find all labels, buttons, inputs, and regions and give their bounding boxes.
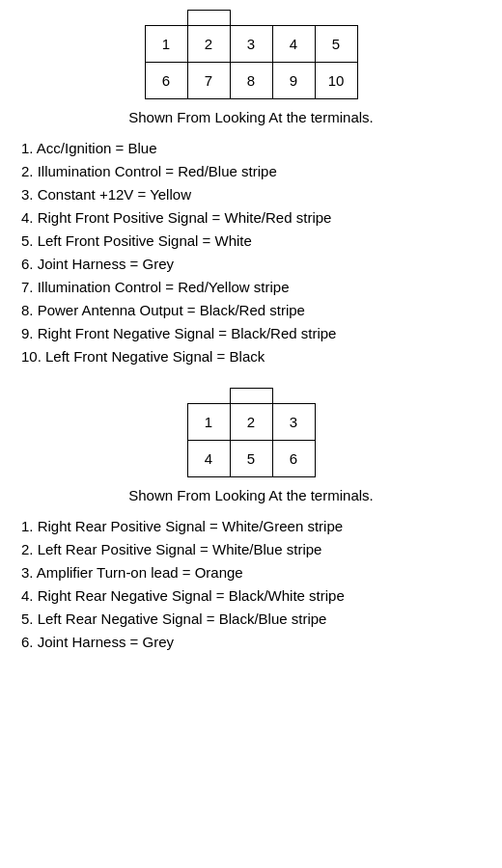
pin-cell: 4 xyxy=(272,26,315,63)
caption-2: Shown From Looking At the terminals. xyxy=(10,485,492,505)
connector-table-1: 1 2 3 4 5 6 7 8 9 10 xyxy=(145,10,358,99)
connector-table-2: 1 2 3 4 5 6 xyxy=(187,388,316,477)
notch-cell xyxy=(187,11,230,26)
pin-cell: 3 xyxy=(272,404,315,441)
notch-spacer xyxy=(145,11,187,26)
pin-cell: 8 xyxy=(230,63,272,99)
pin-cell: 5 xyxy=(315,26,357,63)
pin-cell: 2 xyxy=(230,404,272,441)
list-item: 3. Constant +12V = Yellow xyxy=(17,183,485,206)
pin-cell: 4 xyxy=(187,441,230,477)
list-item: 1. Right Rear Positive Signal = White/Gr… xyxy=(17,515,485,538)
list-item: 5. Left Front Positive Signal = White xyxy=(17,230,485,253)
pin-cell: 7 xyxy=(187,63,230,99)
notch-row-2 xyxy=(187,389,315,404)
caption-1: Shown From Looking At the terminals. xyxy=(10,107,492,127)
list-item: 9. Right Front Negative Signal = Black/R… xyxy=(17,322,485,345)
pin-cell: 6 xyxy=(145,63,187,99)
notch-spacer xyxy=(187,389,230,404)
pin-cell: 5 xyxy=(230,441,272,477)
pin-cell: 10 xyxy=(315,63,357,99)
pin-cell: 1 xyxy=(187,404,230,441)
notch-spacer xyxy=(272,389,315,404)
table-row: 6 7 8 9 10 xyxy=(145,63,357,99)
table-row: 4 5 6 xyxy=(187,441,315,477)
notch-row-1 xyxy=(145,11,357,26)
list-item: 4. Right Front Positive Signal = White/R… xyxy=(17,206,485,230)
pin-list-1: 1. Acc/Ignition = Blue 2. Illumination C… xyxy=(10,137,492,368)
notch-cell xyxy=(230,389,272,404)
pin-cell: 2 xyxy=(187,26,230,63)
list-item: 8. Power Antenna Output = Black/Red stri… xyxy=(17,299,485,322)
pin-cell: 6 xyxy=(272,441,315,477)
notch-spacer xyxy=(230,11,272,26)
list-item: 6. Joint Harness = Grey xyxy=(17,253,485,276)
list-item: 4. Right Rear Negative Signal = Black/Wh… xyxy=(17,584,485,608)
list-item: 2. Illumination Control = Red/Blue strip… xyxy=(17,160,485,183)
notch-spacer xyxy=(272,11,315,26)
list-item: 3. Amplifier Turn-on lead = Orange xyxy=(17,561,485,584)
pin-cell: 9 xyxy=(272,63,315,99)
table-wrapper-1: 1 2 3 4 5 6 7 8 9 10 xyxy=(10,10,492,99)
pin-cell: 1 xyxy=(145,26,187,63)
table-wrapper-2: 1 2 3 4 5 6 xyxy=(10,388,492,477)
list-item: 6. Joint Harness = Grey xyxy=(17,631,485,654)
list-item: 2. Left Rear Positive Signal = White/Blu… xyxy=(17,538,485,561)
notch-spacer xyxy=(315,11,357,26)
list-item: 5. Left Rear Negative Signal = Black/Blu… xyxy=(17,608,485,631)
list-item: 10. Left Front Negative Signal = Black xyxy=(17,345,485,368)
list-item: 7. Illumination Control = Red/Yellow str… xyxy=(17,276,485,299)
pin-cell: 3 xyxy=(230,26,272,63)
connector-section-1: 1 2 3 4 5 6 7 8 9 10 Shown From Looking … xyxy=(10,10,492,368)
list-item: 1. Acc/Ignition = Blue xyxy=(17,137,485,160)
pin-list-2: 1. Right Rear Positive Signal = White/Gr… xyxy=(10,515,492,654)
connector-section-2: 1 2 3 4 5 6 Shown From Looking At the te… xyxy=(10,388,492,654)
table-row: 1 2 3 4 5 xyxy=(145,26,357,63)
table-row: 1 2 3 xyxy=(187,404,315,441)
